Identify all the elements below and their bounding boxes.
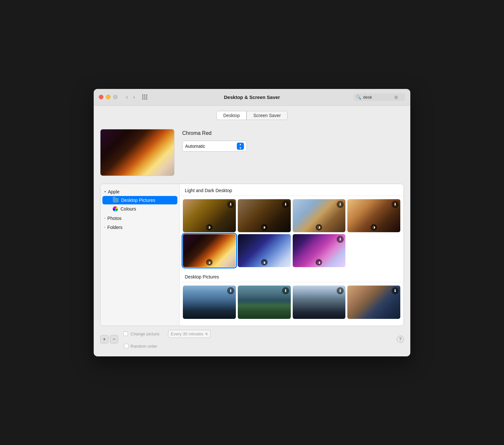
minimize-button[interactable] — [106, 95, 110, 99]
sidebar-group-header-folders[interactable]: › Folders — [100, 223, 179, 231]
maximize-button[interactable] — [113, 95, 118, 99]
back-button[interactable]: ‹ — [124, 93, 130, 101]
wallpaper-thumb[interactable]: ⬇ ◑ — [293, 234, 346, 267]
wallpaper-thumb[interactable]: ⬇ ◑ — [183, 199, 236, 232]
bottom-options: Change picture: Every 30 minutes ⇅ Rando… — [123, 330, 392, 349]
section-title-light-dark: Light and Dark Desktop — [180, 184, 404, 196]
bottom-bar: + − Change picture: Every 30 minutes ⇅ R… — [100, 326, 404, 350]
wallpaper-thumb[interactable]: ⬇ — [347, 286, 400, 319]
wallpaper-thumb[interactable]: ⬇ — [183, 286, 236, 319]
wallpaper-grid-desktop-pictures: ⬇ ⬇ ⬇ ⬇ — [180, 282, 404, 322]
main-panel: ▾ Apple Desktop Pictures Colours — [100, 184, 404, 326]
sidebar-item-desktop-pictures[interactable]: Desktop Pictures — [102, 196, 177, 204]
preview-info: Chroma Red Automatic ▲ ▼ — [182, 129, 247, 152]
search-clear-icon[interactable]: ⊗ — [394, 95, 398, 100]
sidebar-group-header-photos[interactable]: › Photos — [100, 214, 179, 222]
sidebar-group-photos: › Photos — [100, 214, 179, 222]
sidebar-item-label-desktop-pictures: Desktop Pictures — [121, 198, 155, 203]
random-order-label: Random order — [131, 344, 157, 349]
sidebar-group-apple: ▾ Apple Desktop Pictures Colours — [100, 188, 179, 213]
tab-screensaver[interactable]: Screen Saver — [247, 111, 288, 120]
preview-thumbnail — [100, 129, 174, 176]
change-picture-row: Change picture: Every 30 minutes ⇅ — [123, 330, 211, 338]
change-picture-label: Change picture: — [131, 331, 160, 336]
mode-dropdown-row: Automatic ▲ ▼ — [182, 141, 247, 152]
wallpaper-thumb[interactable]: ⬇ ◑ — [347, 199, 400, 232]
interval-arrows-icon: ⇅ — [205, 332, 208, 336]
wallpaper-thumb[interactable]: ⬇ ◑ — [293, 199, 346, 232]
mode-dropdown-label: Automatic — [185, 144, 234, 149]
interval-label: Every 30 minutes — [171, 331, 203, 336]
chevron-right-icon: › — [104, 216, 105, 220]
add-button[interactable]: + — [100, 335, 109, 343]
grid-area: Light and Dark Desktop ⬇ ◑ ⬇ ◑ ⬇ ◑ — [180, 184, 404, 326]
section-title-desktop-pictures: Desktop Pictures — [180, 270, 404, 282]
random-order-checkbox[interactable] — [124, 344, 129, 348]
search-icon: 🔍 — [356, 95, 361, 100]
window-title: Desktop & Screen Saver — [224, 94, 280, 100]
mode-icon: ◑ — [206, 224, 213, 231]
sidebar-item-label-colours: Colours — [121, 206, 136, 212]
download-icon[interactable]: ⬇ — [282, 201, 289, 208]
sidebar-group-header-apple[interactable]: ▾ Apple — [100, 188, 179, 196]
traffic-lights — [99, 95, 118, 99]
colors-icon — [113, 206, 118, 212]
add-remove-buttons: + − — [100, 335, 118, 343]
sidebar-item-colours[interactable]: Colours — [102, 205, 177, 213]
sidebar: ▾ Apple Desktop Pictures Colours — [100, 184, 180, 326]
main-window: ‹ › Desktop & Screen Saver 🔍 ⊗ Desktop S… — [94, 89, 410, 356]
content-area: Chroma Red Automatic ▲ ▼ — [94, 124, 410, 356]
wallpaper-thumb[interactable]: ◑ — [238, 234, 291, 267]
folder-icon — [113, 198, 119, 202]
mode-dropdown[interactable]: Automatic ▲ ▼ — [182, 141, 247, 152]
change-picture-checkbox[interactable] — [123, 331, 128, 336]
remove-button[interactable]: − — [110, 335, 118, 343]
close-button[interactable] — [99, 95, 103, 99]
apps-grid-icon[interactable] — [142, 94, 147, 100]
sidebar-group-label-folders: Folders — [107, 225, 122, 230]
wallpaper-thumb-selected[interactable]: ◑ — [183, 234, 236, 267]
download-icon[interactable]: ⬇ — [392, 201, 399, 208]
preview-section: Chroma Red Automatic ▲ ▼ — [100, 124, 404, 184]
chevron-right-icon-2: › — [104, 225, 105, 229]
tab-bar: Desktop Screen Saver — [94, 106, 410, 124]
wallpaper-name: Chroma Red — [182, 130, 247, 136]
download-icon[interactable]: ⬇ — [227, 201, 234, 208]
sidebar-group-folders: › Folders — [100, 223, 179, 231]
mode-icon: ◑ — [261, 224, 268, 231]
mode-icon: ◑ — [316, 224, 322, 231]
forward-button[interactable]: › — [131, 93, 137, 101]
download-icon[interactable]: ⬇ — [392, 287, 399, 294]
interval-dropdown[interactable]: Every 30 minutes ⇅ — [168, 330, 211, 338]
sidebar-group-label-photos: Photos — [107, 216, 121, 221]
wallpaper-thumb[interactable]: ⬇ ◑ — [238, 199, 291, 232]
wallpaper-thumb[interactable]: ⬇ — [293, 286, 346, 319]
wallpaper-grid-light-dark: ⬇ ◑ ⬇ ◑ ⬇ ◑ ⬇ ◑ — [180, 196, 404, 271]
titlebar: ‹ › Desktop & Screen Saver 🔍 ⊗ — [94, 89, 410, 106]
tab-desktop[interactable]: Desktop — [216, 111, 247, 120]
download-icon[interactable]: ⬇ — [282, 287, 289, 294]
help-button[interactable]: ? — [397, 336, 404, 343]
sidebar-group-label-apple: Apple — [108, 189, 120, 194]
random-order-row: Random order — [124, 344, 157, 349]
download-icon[interactable]: ⬇ — [337, 236, 344, 243]
mode-icon: ◑ — [261, 259, 268, 266]
mode-icon: ◑ — [206, 259, 213, 266]
wallpaper-thumb[interactable]: ⬇ — [238, 286, 291, 319]
download-icon[interactable]: ⬇ — [337, 201, 344, 208]
mode-icon: ◑ — [316, 259, 322, 266]
dropdown-arrows-icon: ▲ ▼ — [237, 143, 244, 150]
nav-buttons: ‹ › — [124, 93, 137, 101]
search-input[interactable] — [363, 95, 392, 100]
mode-icon: ◑ — [371, 224, 377, 231]
download-icon[interactable]: ⬇ — [337, 287, 344, 294]
search-box[interactable]: 🔍 ⊗ — [353, 93, 405, 101]
chevron-down-icon: ▾ — [104, 190, 106, 193]
download-icon[interactable]: ⬇ — [227, 287, 234, 294]
